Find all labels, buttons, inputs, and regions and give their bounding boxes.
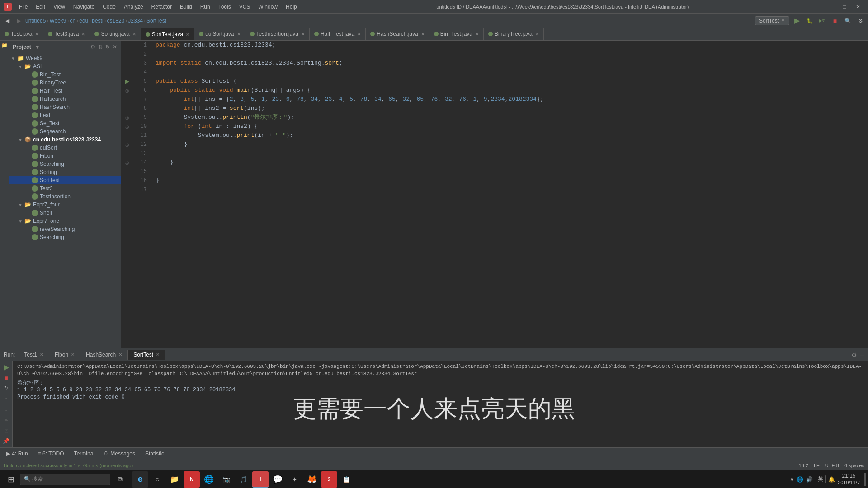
tree-item[interactable]: reveSearching bbox=[9, 225, 121, 233]
menu-item-analyze[interactable]: Analyze bbox=[120, 3, 147, 11]
run-btn[interactable]: ▶ bbox=[792, 16, 802, 26]
run-tab-close[interactable]: ✕ bbox=[40, 352, 43, 357]
tab-close-btn[interactable]: ✕ bbox=[237, 32, 241, 37]
editor-tab[interactable]: TestInsertion.java✕ bbox=[245, 28, 310, 40]
taskbar-app9[interactable]: ✦ bbox=[287, 471, 303, 488]
nav-forward[interactable]: ▶ bbox=[14, 17, 24, 25]
taskbar-wechat[interactable]: 💬 bbox=[269, 471, 286, 488]
taskbar-chrome[interactable]: 🌐 bbox=[201, 471, 217, 488]
taskbar-app6[interactable]: 📷 bbox=[218, 471, 234, 488]
breadcrumb-item[interactable]: SortTest bbox=[146, 18, 166, 24]
nav-back[interactable]: ◀ bbox=[3, 17, 12, 25]
tree-item[interactable]: Se_Test bbox=[9, 119, 121, 127]
breadcrumb-item[interactable]: cn bbox=[70, 18, 76, 24]
taskbar-files[interactable]: 📁 bbox=[166, 471, 183, 488]
editor-panel[interactable]: ▶◎◎◎◎◎ 1234567891011121314151617 package… bbox=[121, 41, 868, 348]
menu-item-build[interactable]: Build bbox=[176, 3, 196, 11]
breadcrumb-item[interactable]: besti bbox=[92, 18, 103, 24]
run-tab-close[interactable]: ✕ bbox=[156, 352, 160, 357]
tree-item[interactable]: Shell bbox=[9, 209, 121, 217]
editor-tab[interactable]: duiSort.java✕ bbox=[194, 28, 245, 40]
editor-tab[interactable]: Test.java✕ bbox=[0, 28, 43, 40]
minimize-btn[interactable]: ─ bbox=[825, 2, 837, 11]
run-tab-close[interactable]: ✕ bbox=[71, 352, 75, 357]
editor-tab[interactable]: BinaryTree.java✕ bbox=[484, 28, 544, 40]
taskbar-app10[interactable]: 🦊 bbox=[304, 471, 320, 488]
taskbar-idea[interactable]: I bbox=[252, 471, 269, 488]
run-rerun-btn[interactable]: ↻ bbox=[2, 384, 11, 393]
tab-close-btn[interactable]: ✕ bbox=[132, 32, 136, 37]
run-tab-close[interactable]: ✕ bbox=[118, 352, 122, 357]
search-everywhere-btn[interactable]: 🔍 bbox=[843, 16, 853, 26]
show-desktop-btn[interactable] bbox=[864, 473, 866, 486]
taskbar-app12[interactable]: 📋 bbox=[338, 471, 354, 488]
tray-network[interactable]: 🌐 bbox=[797, 476, 803, 483]
editor-tab[interactable]: Sorting.java✕ bbox=[90, 28, 141, 40]
menu-item-refactor[interactable]: Refactor bbox=[148, 3, 175, 11]
taskbar-cortana[interactable]: ○ bbox=[149, 471, 165, 488]
bottom-tab[interactable]: 0: Messages bbox=[100, 450, 140, 458]
bottom-tab[interactable]: ≡ 6: TODO bbox=[33, 450, 69, 458]
tray-notification[interactable]: 🔔 bbox=[828, 476, 835, 483]
tab-close-btn[interactable]: ✕ bbox=[186, 32, 189, 37]
taskbar-netease[interactable]: N bbox=[184, 471, 200, 488]
run-with-coverage-btn[interactable]: ▶% bbox=[817, 16, 827, 26]
tree-item[interactable]: ▼📂ASL bbox=[9, 62, 121, 70]
tab-close-btn[interactable]: ✕ bbox=[421, 32, 425, 37]
tree-item[interactable]: Searching bbox=[9, 233, 121, 241]
tree-item[interactable]: SortTest bbox=[9, 176, 121, 184]
tree-item[interactable]: ▼📂Expr7_one bbox=[9, 217, 121, 225]
sidebar-expand-icon[interactable]: ⇅ bbox=[98, 44, 103, 50]
tab-close-btn[interactable]: ✕ bbox=[35, 32, 38, 37]
window-controls[interactable]: ─ □ ✕ bbox=[825, 2, 864, 11]
taskbar-360[interactable]: 3 bbox=[321, 471, 337, 488]
run-settings-icon[interactable]: ⚙ bbox=[851, 351, 857, 358]
menu-item-navigate[interactable]: Navigate bbox=[70, 3, 98, 11]
editor-tab[interactable]: Bin_Test.java✕ bbox=[429, 28, 484, 40]
run-tab[interactable]: Fibon✕ bbox=[49, 350, 80, 360]
menu-item-vcs[interactable]: VCS bbox=[236, 3, 254, 11]
tree-item[interactable]: HashSearch bbox=[9, 103, 121, 111]
run-minimize-icon[interactable]: ─ bbox=[860, 351, 864, 358]
tree-item[interactable]: Searching bbox=[9, 160, 121, 168]
bottom-tab[interactable]: ▶ 4: Run bbox=[2, 450, 33, 458]
tab-close-btn[interactable]: ✕ bbox=[301, 32, 305, 37]
tree-item[interactable]: Bin_Test bbox=[9, 70, 121, 79]
tab-close-btn[interactable]: ✕ bbox=[535, 32, 539, 37]
project-view-btn[interactable]: 📁 bbox=[1, 42, 8, 50]
close-btn[interactable]: ✕ bbox=[852, 2, 864, 11]
windows-start-btn[interactable]: ⊞ bbox=[2, 470, 20, 488]
run-config-selector[interactable]: SortTest ▼ bbox=[755, 16, 789, 25]
sidebar-sync-icon[interactable]: ↻ bbox=[105, 44, 110, 50]
run-scroll-up-btn[interactable]: ↑ bbox=[2, 394, 11, 403]
menu-item-window[interactable]: Window bbox=[255, 3, 281, 11]
editor-tab[interactable]: Half_Test.java✕ bbox=[310, 28, 366, 40]
tree-item[interactable]: Leaf bbox=[9, 111, 121, 119]
tray-arrow[interactable]: ∧ bbox=[790, 476, 794, 483]
menu-item-code[interactable]: Code bbox=[99, 3, 119, 11]
editor-tab[interactable]: HashSearch.java✕ bbox=[366, 28, 429, 40]
maximize-btn[interactable]: □ bbox=[838, 2, 851, 11]
menu-item-run[interactable]: Run bbox=[197, 3, 214, 11]
tab-close-btn[interactable]: ✕ bbox=[81, 32, 85, 37]
sidebar-close-icon[interactable]: ✕ bbox=[113, 44, 117, 50]
tree-item[interactable]: Test3 bbox=[9, 184, 121, 192]
tab-close-btn[interactable]: ✕ bbox=[475, 32, 479, 37]
run-softfocus-btn[interactable]: ⊡ bbox=[2, 426, 11, 435]
sidebar-settings-icon[interactable]: ⚙ bbox=[90, 44, 95, 50]
breadcrumb-item[interactable]: Week9 bbox=[49, 18, 66, 24]
run-execute-btn[interactable]: ▶ bbox=[2, 363, 11, 371]
menu-item-edit[interactable]: Edit bbox=[32, 3, 49, 11]
code-editor[interactable]: package cn.edu.besti.cs1823.J2334; impor… bbox=[150, 41, 868, 348]
tree-item[interactable]: ▼📂Expr7_four bbox=[9, 201, 121, 209]
tray-volume[interactable]: 🔊 bbox=[806, 476, 813, 483]
tree-item[interactable]: BinaryTree bbox=[9, 79, 121, 87]
tree-item[interactable]: ▼📁Week9 bbox=[9, 54, 121, 62]
bottom-tab[interactable]: Statistic bbox=[141, 450, 169, 458]
run-scroll-down-btn[interactable]: ↓ bbox=[2, 405, 11, 414]
taskbar-edge[interactable]: e bbox=[132, 471, 148, 488]
menu-item-help[interactable]: Help bbox=[282, 3, 301, 11]
breadcrumb-item[interactable]: J2334 bbox=[128, 18, 143, 24]
run-tab[interactable]: HashSearch✕ bbox=[80, 350, 128, 360]
run-stop-btn[interactable]: ■ bbox=[2, 373, 11, 382]
